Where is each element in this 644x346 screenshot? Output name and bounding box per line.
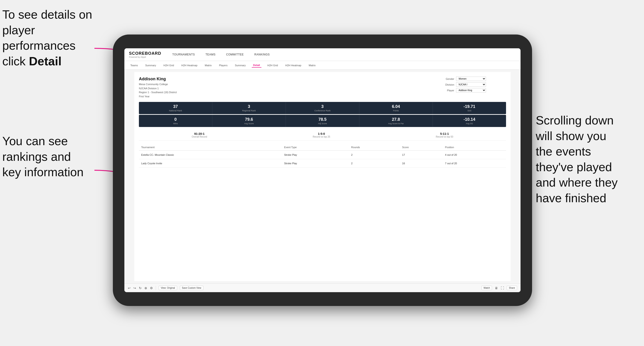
content-panel: Addison King Mesa Community College NJCA… <box>134 72 511 281</box>
player-select[interactable]: Addison King <box>456 88 486 92</box>
gender-select[interactable]: Women <box>456 77 486 81</box>
stat-wins-value: 0 <box>141 117 210 122</box>
table-header-row: Tournament Event Type Rounds Score Posit… <box>139 144 506 151</box>
record-top25-label: Record vs top 25 <box>313 136 330 138</box>
tablet-frame: SCOREBOARD Powered by clippd TOURNAMENTS… <box>113 34 532 306</box>
stat-avg-sg: -10.14 Avg SG <box>433 115 506 127</box>
division-select[interactable]: NJCAA I <box>456 82 486 87</box>
stat-avg-score: 79.6 Avg Score <box>212 115 286 127</box>
stat-avg-score-value: 79.6 <box>214 117 284 122</box>
tournament-rounds-1: 2 <box>349 151 400 159</box>
record-overall: 91-20-1 Overall Record <box>192 132 207 138</box>
subnav-detail[interactable]: Detail <box>252 63 262 68</box>
annotation-bl-line1: You can see <box>2 134 68 148</box>
undo-icon[interactable]: ↩ <box>128 286 130 290</box>
stat-adj-score-label: Adj Score <box>288 122 357 125</box>
stat-regional-rank: 3 Regional Rank <box>212 102 286 114</box>
subnav-summary2[interactable]: Summary <box>234 63 247 67</box>
player-year: First Year <box>139 95 177 99</box>
nav-tournaments[interactable]: TOURNAMENTS <box>170 52 197 57</box>
stat-wins-label: Wins <box>141 122 210 125</box>
annotation-bottom-left: You can see rankings and key information <box>2 133 94 180</box>
stat-conference-rank-value: 3 <box>288 104 357 109</box>
records-row: 91-20-1 Overall Record 1-5-0 Record vs t… <box>139 130 506 141</box>
division-label: Division <box>442 83 454 86</box>
col-score: Score <box>400 144 443 151</box>
stat-avg-score-label: Avg Score <box>214 122 284 125</box>
annotation-line3-prefix: click <box>2 54 29 68</box>
subnav-h2h-heatmap[interactable]: H2H Heatmap <box>180 63 199 67</box>
player-name: Addison King <box>139 77 177 81</box>
stat-adj-score-value: 78.5 <box>288 117 357 122</box>
stat-wins: 0 Wins <box>139 115 212 127</box>
record-overall-value: 91-20-1 <box>192 132 207 136</box>
stats-row1: 37 National Rank 3 Regional Rank 3 Confe… <box>139 102 506 114</box>
player-header: Addison King Mesa Community College NJCA… <box>139 77 506 98</box>
subnav-h2h-grid2[interactable]: H2H Grid <box>266 63 280 67</box>
filter-gender: Gender Women <box>442 77 506 81</box>
stat-conference-rank: 3 Conference Rank <box>286 102 359 114</box>
nav-committee[interactable]: COMMITTEE <box>224 52 246 57</box>
stat-regional-rank-label: Regional Rank <box>214 110 284 112</box>
record-overall-label: Overall Record <box>192 136 207 138</box>
share-button[interactable]: Share <box>507 286 517 290</box>
save-custom-view-button[interactable]: Save Custom View <box>180 286 204 290</box>
tablet-screen: SCOREBOARD Powered by clippd TOURNAMENTS… <box>124 48 520 292</box>
refresh-icon[interactable]: ↻ <box>139 286 142 290</box>
table-row[interactable]: Estella CC- Mountain Classic Stroke Play… <box>139 151 506 159</box>
logo-sub: Powered by clippd <box>129 56 161 58</box>
stat-regional-rank-value: 3 <box>214 104 284 109</box>
col-position: Position <box>443 144 506 151</box>
watch-button[interactable]: Watch <box>482 286 492 290</box>
subnav-matrix[interactable]: Matrix <box>204 63 213 67</box>
sub-nav: Teams Summary H2H Grid H2H Heatmap Matri… <box>124 61 520 70</box>
record-top50-value: 5-11-1 <box>436 132 453 136</box>
stat-points: 6.04 Points <box>359 102 433 114</box>
view-original-button[interactable]: View: Original <box>159 286 177 290</box>
player-label: Player <box>442 89 454 92</box>
stat-avg-sg-value: -10.14 <box>435 117 504 122</box>
nav-rankings[interactable]: RANKINGS <box>252 52 272 57</box>
main-content: Addison King Mesa Community College NJCA… <box>124 70 520 283</box>
table-row[interactable]: Lady Coyote Invite Stroke Play 2 16 7 ou… <box>139 159 506 168</box>
col-rounds: Rounds <box>349 144 400 151</box>
tournament-position-1: 4 out of 20 <box>443 151 506 159</box>
tournament-score-2: 16 <box>400 159 443 168</box>
subnav-h2h-heatmap2[interactable]: H2H Heatmap <box>284 63 303 67</box>
subnav-players[interactable]: Players <box>218 63 229 67</box>
toolbar-separator <box>156 286 156 290</box>
col-tournament: Tournament <box>139 144 282 151</box>
stat-points-label: Points <box>361 110 431 112</box>
tournament-event-type-2: Stroke Play <box>282 159 349 168</box>
tournament-event-type-1: Stroke Play <box>282 151 349 159</box>
annotation-top-left: To see details on player performances cl… <box>2 7 94 69</box>
settings-icon[interactable]: ⚙ <box>150 286 153 290</box>
zoom-icon[interactable]: ⊕ <box>144 286 147 290</box>
bottom-toolbar: ↩ ↪ ↻ ⊕ ⚙ View: Original Save Custom Vie… <box>124 283 520 292</box>
record-top25: 1-5-0 Record vs top 25 <box>313 132 330 138</box>
tournament-rounds-2: 2 <box>349 159 400 168</box>
filter-player: Player Addison King <box>442 88 506 92</box>
filter-division: Division NJCAA I <box>442 82 506 87</box>
stat-national-rank: 37 National Rank <box>139 102 212 114</box>
top-nav: SCOREBOARD Powered by clippd TOURNAMENTS… <box>124 48 520 61</box>
record-top50: 5-11-1 Record vs top 50 <box>436 132 453 138</box>
annotation-line2: player performances <box>2 23 76 52</box>
subnav-h2h-grid[interactable]: H2H Grid <box>162 63 175 67</box>
stat-sos: -19.71 SoS <box>433 102 506 114</box>
stat-avg-score-par-value: 27.8 <box>361 117 431 122</box>
tournament-name-2: Lady Coyote Invite <box>139 159 282 168</box>
stats-row2: 0 Wins 79.6 Avg Score 78.5 Adj Score 27.… <box>139 115 506 127</box>
nav-teams[interactable]: TEAMS <box>204 52 218 57</box>
subnav-teams[interactable]: Teams <box>129 63 139 67</box>
expand-icon[interactable]: ⛶ <box>501 286 504 290</box>
annotation-line3-bold: Detail <box>29 54 62 68</box>
subnav-summary[interactable]: Summary <box>144 63 157 67</box>
stat-conference-rank-label: Conference Rank <box>288 110 357 112</box>
stat-points-value: 6.04 <box>361 104 431 109</box>
subnav-matrix2[interactable]: Matrix <box>307 63 317 67</box>
screen-icon: 🖥 <box>495 286 498 290</box>
redo-icon[interactable]: ↪ <box>133 286 136 290</box>
annotation-bl-line3: key information <box>2 166 84 179</box>
player-division: NJCAA Division 1 <box>139 86 177 91</box>
